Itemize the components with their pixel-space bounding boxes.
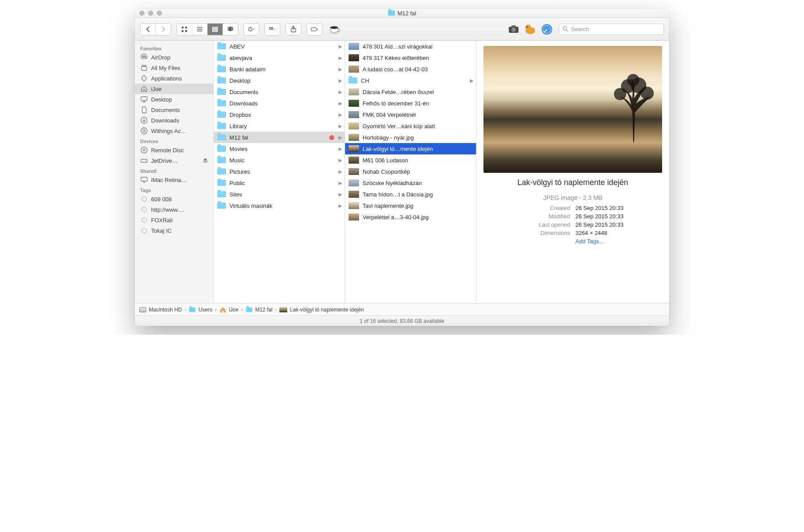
icon-view-button[interactable] [177, 24, 192, 35]
sidebar: FavoritesAirDropAll My FilesApplications… [135, 41, 214, 303]
back-button[interactable] [141, 24, 156, 35]
file-row[interactable]: 478 317 Kékes előterében [345, 52, 476, 63]
sidebar-item[interactable]: Remote Disc [135, 145, 213, 155]
sidebar-item[interactable]: Tokaj IC [135, 225, 213, 236]
sidebar-item[interactable]: FOXRail [135, 215, 213, 225]
sidebar-item[interactable]: Documents [135, 105, 213, 115]
column-1[interactable]: ABEV▶abevjava▶Banki adataim▶Desktop▶Docu… [214, 41, 345, 303]
sidebar-item[interactable]: Withings Ac… [135, 126, 213, 136]
file-row[interactable]: Felhős tó december 31-én [345, 98, 476, 109]
file-row[interactable]: Lak-völgyi tó…mente idején [345, 143, 476, 154]
close-button[interactable] [139, 10, 145, 16]
folder-icon [217, 43, 226, 49]
sidebar-item[interactable]: Downloads [135, 115, 213, 126]
folder-row[interactable]: Dropbox▶ [214, 109, 345, 120]
file-row[interactable]: Nohab Csoportkép [345, 166, 476, 177]
folder-row[interactable]: Public▶ [214, 177, 345, 189]
image-capture-icon[interactable] [507, 23, 520, 36]
sidebar-item[interactable]: iJoe [135, 84, 213, 94]
arrange-menu-button[interactable] [265, 24, 280, 35]
file-row[interactable]: Gyomirtó Ver…káni kúp alatt [345, 120, 476, 132]
folder-row[interactable]: M12 fal▶ [214, 132, 345, 143]
add-tags-link[interactable]: Add Tags… [575, 238, 662, 245]
file-row[interactable]: Tavi naplemente.jpg [345, 200, 476, 211]
sidebar-item[interactable]: http://www.… [135, 204, 213, 215]
sidebar-item[interactable]: JetDrive… [135, 155, 213, 166]
sidebar-section-header: Shared [135, 166, 213, 175]
preview-metadata: Created26 Sep 2015 20:33Modified26 Sep 2… [483, 205, 662, 245]
folder-row[interactable]: Downloads▶ [214, 98, 345, 109]
file-row[interactable]: Tarna hídon…t a Dácsia.jpg [345, 189, 476, 200]
folder-icon [217, 100, 226, 106]
folder-icon [217, 191, 226, 197]
coverflow-view-button[interactable] [223, 24, 238, 35]
file-row[interactable]: A ludasi cso…at 04-42-03 [345, 63, 476, 75]
svg-point-32 [563, 27, 567, 30]
path-separator: › [275, 307, 277, 313]
file-row[interactable]: 478 301 Ald…szi virágokkal [345, 41, 476, 52]
search-field[interactable]: Search [559, 24, 664, 35]
sidebar-item[interactable]: Desktop [135, 94, 213, 105]
file-row[interactable]: FMK 004 Verpelétnél [345, 109, 476, 120]
sidebar-item[interactable]: All My Files [135, 63, 213, 73]
path-segment[interactable]: Users [198, 307, 212, 313]
file-row[interactable]: Szöcske Nyékládházán [345, 177, 476, 189]
thumbnail-icon [349, 134, 359, 141]
safari-icon[interactable] [540, 23, 554, 36]
folder-row[interactable]: Desktop▶ [214, 75, 345, 86]
cyberduck-icon[interactable] [524, 23, 537, 36]
sidebar-item[interactable]: iMac Retina… [135, 175, 213, 185]
svg-point-13 [249, 28, 252, 31]
thumbnail-icon [349, 168, 359, 175]
column-2[interactable]: 478 301 Ald…szi virágokkal478 317 Kékes … [345, 41, 476, 303]
tag-icon [140, 227, 148, 234]
folder-row[interactable]: Documents▶ [214, 86, 345, 98]
row-name: Gyomirtó Ver…káni kúp alatt [363, 123, 473, 130]
sidebar-item-label: iJoe [151, 86, 162, 92]
meta-key: Dimensions [483, 230, 570, 236]
eject-icon[interactable] [203, 158, 208, 164]
share-button[interactable] [286, 24, 301, 35]
sidebar-item[interactable]: 609 008 [135, 194, 213, 204]
thumbnail-icon [349, 202, 359, 209]
folder-icon [217, 77, 226, 84]
action-menu-button[interactable] [244, 24, 259, 35]
folder-row[interactable]: Pictures▶ [214, 166, 345, 177]
folder-row[interactable]: Sites▶ [214, 189, 345, 200]
sidebar-item[interactable]: Applications [135, 73, 213, 84]
caffeine-icon[interactable] [328, 23, 341, 36]
folder-row[interactable]: Virtuális masinák▶ [214, 200, 345, 211]
list-view-button[interactable] [192, 24, 208, 35]
path-segment[interactable]: Macintosh HD [149, 307, 182, 313]
sidebar-item-label: Remote Disc [151, 147, 183, 154]
forward-button[interactable] [156, 24, 171, 35]
path-segment[interactable]: M12 fal [255, 307, 272, 313]
folder-row[interactable]: Music▶ [214, 154, 345, 166]
minimize-button[interactable] [148, 10, 153, 16]
row-name: CH [361, 77, 473, 84]
zoom-button[interactable] [157, 10, 162, 16]
folder-icon [217, 66, 226, 72]
preview-image[interactable] [483, 46, 662, 173]
path-separator: › [241, 307, 243, 313]
file-row[interactable]: Verpeléttel a…3-40-04.jpg [345, 211, 476, 223]
svg-rect-35 [142, 65, 146, 66]
path-segment[interactable]: Lak-völgyi tó naplemente idején [290, 307, 364, 313]
sidebar-item[interactable]: AirDrop [135, 52, 213, 63]
tag-icon [140, 206, 148, 214]
folder-row[interactable]: Movies▶ [214, 143, 345, 154]
path-segment[interactable]: iJoe [229, 307, 239, 313]
file-row[interactable]: M61 006 Ludason [345, 154, 476, 166]
folder-row[interactable]: abevjava▶ [214, 52, 345, 63]
file-row[interactable]: Hortobágy - nyár.jpg [345, 132, 476, 143]
folder-row[interactable]: ABEV▶ [214, 41, 345, 52]
folder-row[interactable]: CH▶ [345, 75, 476, 86]
tags-button[interactable] [307, 24, 322, 35]
row-name: Banki adataim [229, 66, 341, 73]
file-row[interactable]: Dácsia Felde…rében ősszel [345, 86, 476, 98]
row-name: Nohab Csoportkép [363, 168, 473, 175]
folder-row[interactable]: Banki adataim▶ [214, 63, 345, 75]
column-view-button[interactable] [208, 24, 223, 35]
folder-row[interactable]: Library▶ [214, 120, 345, 132]
folder-icon [217, 180, 226, 186]
